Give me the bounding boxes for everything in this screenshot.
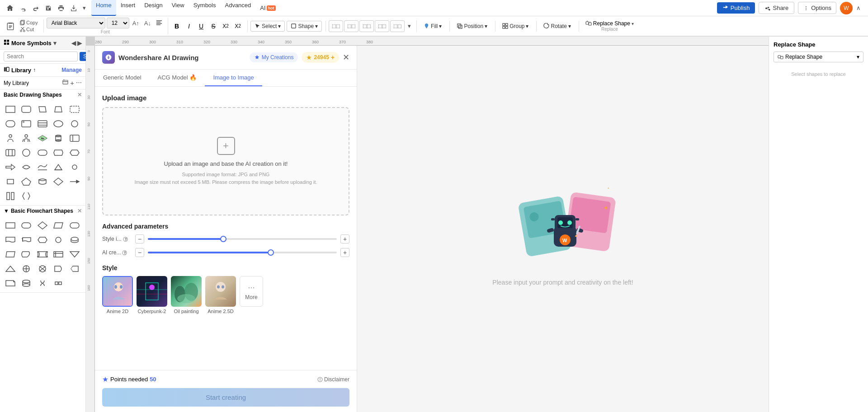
shape-rounded-rect2[interactable] [4,117,17,130]
expand-right-btn[interactable]: ▶ [77,40,82,47]
fc-data[interactable] [52,219,65,232]
fc-decision[interactable] [36,219,49,232]
replace-shape-btn[interactable]: Replace Shape [593,20,630,27]
shape-line-arrow[interactable] [68,175,81,188]
shape-stadium[interactable] [36,146,49,159]
collapse-btn[interactable]: ∧ [856,5,861,11]
shape-yes-diamond[interactable]: Yes [36,132,49,145]
shape-custom7[interactable] [4,190,17,202]
menu-design[interactable]: Design [140,0,167,16]
shape-bracket[interactable] [19,190,33,202]
close-ai-btn[interactable]: ✕ [343,52,349,62]
more-symbols-dropdown[interactable]: ▾ [53,40,57,47]
style-anime25d[interactable]: Anime 2.5D [205,276,236,314]
fc-or[interactable] [36,262,49,275]
publish-btn[interactable]: Publish [717,2,755,14]
share-btn[interactable]: Share [759,2,794,14]
shape-dashed-rect[interactable] [68,103,81,116]
menu-insert[interactable]: Insert [116,0,140,16]
tab-generic-model[interactable]: Generic Model [95,70,150,86]
export-btn[interactable] [68,2,80,14]
shape-circle[interactable] [68,117,81,130]
font-size-increase[interactable]: A↑ [131,19,141,28]
fc-preparation[interactable] [36,234,49,246]
tab-image-to-image[interactable]: Image to Image [205,70,262,86]
paste-btn[interactable] [4,21,17,31]
underline-btn[interactable]: U [195,20,207,32]
new-folder-btn[interactable] [62,79,68,87]
shape-person2[interactable] [19,132,33,145]
text-align-btn[interactable] [154,19,164,28]
menu-home[interactable]: Home [91,0,116,16]
replace-shape-dropdown[interactable]: Replace Shape ▾ [774,52,863,62]
user-avatar[interactable]: W [840,2,853,14]
shape-btn[interactable]: Shape ▾ [287,21,322,32]
font-name-select[interactable]: Arial Black [47,18,105,28]
shape-circle-small[interactable] [68,161,81,173]
fc-note[interactable] [4,277,17,290]
basic-flowchart-header[interactable]: ▼ Basic Flowchart Shapes ✕ [0,206,85,216]
cut-btn[interactable]: Cut [18,26,40,33]
bold-btn[interactable]: B [171,20,183,32]
shape-person[interactable] [4,132,17,145]
shape-custom5[interactable] [52,161,65,173]
menu-view[interactable]: View [167,0,189,16]
disclaimer-link[interactable]: Disclaimer [317,376,349,383]
add-library-btn[interactable]: + [70,79,74,87]
fc-merge[interactable] [68,248,81,261]
menu-ai[interactable]: AI hot [255,0,280,16]
fc-manual[interactable] [4,248,17,261]
menu-symbols[interactable]: Symbols [189,0,221,16]
spacing-btn-4[interactable]: ⬚⬚ [375,20,389,32]
copy-btn[interactable]: Copy [18,19,40,26]
fc-start-end[interactable] [68,219,81,232]
group-btn[interactable]: Group ▾ [498,21,533,32]
rotate-btn[interactable]: Rotate ▾ [539,21,575,32]
font-size-decrease[interactable]: A↓ [142,19,153,28]
fc-summing[interactable] [19,262,33,275]
shape-ellipse[interactable] [52,117,65,130]
tab-acg-model[interactable]: ACG Model 🔥 [150,70,205,86]
my-creations-btn[interactable]: My Creations [250,52,298,62]
shape-custom3[interactable] [52,146,65,159]
style-anime2d[interactable]: Anime 2D [102,276,133,314]
superscript-btn[interactable]: X2 [232,20,244,32]
fc-data2[interactable] [19,277,33,290]
fc-rounded[interactable] [19,219,33,232]
save-btn[interactable] [42,2,54,14]
fc-internal-storage[interactable] [52,248,65,261]
spacing-btn-5[interactable]: ⬚⬚ [390,20,405,32]
spacing-btn-2[interactable]: ⬚⬚ [344,20,359,32]
shape-rectangle[interactable] [4,103,17,116]
more-styles-btn[interactable]: ··· More [240,276,263,307]
manage-btn[interactable]: Manage [61,67,82,73]
shape-custom6[interactable] [19,175,33,188]
fc-process[interactable] [4,219,17,232]
shape-rect-small[interactable] [4,175,17,188]
collapse-left-btn[interactable]: ◀ [71,40,76,47]
upload-plus-btn[interactable]: + [217,137,235,155]
options-btn[interactable]: Options [798,2,836,14]
library-sort-icon[interactable]: ↑ [33,67,36,73]
style-intensity-plus[interactable]: + [340,234,349,243]
fc-custom[interactable] [52,277,65,290]
shape-circle2[interactable] [19,146,33,159]
fc-direct-data[interactable] [36,248,49,261]
shape-diamond[interactable] [52,175,65,188]
shape-custom2[interactable] [4,146,17,159]
shape-custom4[interactable] [68,146,81,159]
fc-document[interactable] [4,234,17,246]
style-cyberpunk2[interactable]: Cyberpunk-2 [137,276,167,314]
fc-display[interactable] [19,248,33,261]
shape-cylinder[interactable] [52,132,65,145]
shape-container[interactable] [19,117,33,130]
shape-arrow2[interactable] [19,161,33,173]
spacing-btn-3[interactable]: ⬚⬚ [359,20,374,32]
select-btn[interactable]: Select ▾ [250,21,285,32]
menu-advanced[interactable]: Advanced [220,0,255,16]
home-icon[interactable] [4,2,16,14]
italic-btn[interactable]: I [183,20,195,32]
spacing-btn-1[interactable]: ⬚⬚ [329,20,343,32]
start-creating-btn[interactable]: Start creating [102,388,349,407]
fc-annotation[interactable] [68,262,81,275]
